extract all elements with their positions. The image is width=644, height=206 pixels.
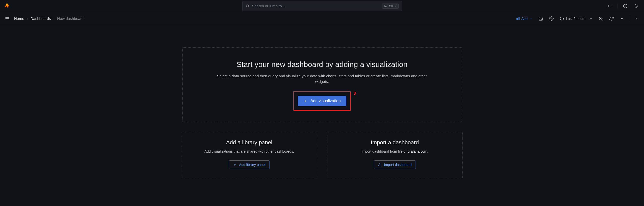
library-card: Add a library panel Add visualizations t…: [182, 132, 317, 178]
secondary-row: Add a library panel Add visualizations t…: [182, 132, 463, 178]
search-input[interactable]: Search or jump to... ctrl+k: [242, 1, 402, 11]
plus-icon: [607, 4, 610, 8]
topbar: Search or jump to... ctrl+k: [0, 0, 644, 12]
news-button[interactable]: [632, 2, 641, 11]
topbar-right: [605, 2, 641, 11]
button-label: Add visualization: [310, 99, 341, 103]
svg-rect-18: [519, 17, 519, 20]
button-label: Import dashboard: [384, 163, 412, 167]
search-icon: [246, 4, 250, 8]
breadcrumb-sep-icon: ›: [27, 16, 28, 21]
menu-icon: [5, 16, 10, 21]
svg-rect-17: [518, 18, 518, 20]
plus-icon: [233, 163, 236, 166]
svg-rect-2: [385, 5, 387, 7]
svg-rect-16: [516, 19, 517, 20]
gear-icon: [549, 16, 554, 21]
zoom-out-button[interactable]: [596, 14, 605, 23]
settings-button[interactable]: [547, 14, 556, 23]
main-card: Start your new dashboard by adding a vis…: [182, 47, 462, 122]
add-label: Add: [521, 17, 528, 21]
plus-menu-button[interactable]: [605, 2, 615, 11]
menu-toggle-button[interactable]: [4, 15, 11, 22]
refresh-button[interactable]: [607, 14, 616, 23]
breadcrumb-home[interactable]: Home: [14, 16, 24, 21]
svg-line-1: [248, 7, 249, 8]
import-card-title: Import a dashboard: [334, 139, 455, 146]
import-dashboard-button[interactable]: Import dashboard: [374, 160, 416, 169]
help-button[interactable]: [621, 2, 630, 11]
chevron-down-icon: [589, 17, 592, 20]
time-range-label: Last 6 hours: [566, 17, 585, 21]
divider: [629, 16, 629, 21]
search-shortcut: ctrl+k: [382, 4, 398, 9]
add-panel-button[interactable]: Add: [513, 15, 535, 22]
refresh-icon: [609, 16, 614, 21]
breadcrumb-current: New dashboard: [57, 16, 84, 21]
search-container: Search or jump to... ctrl+k: [242, 1, 402, 11]
toolbar-right: Add Last 6 hours: [513, 14, 641, 23]
add-library-panel-button[interactable]: Add library panel: [229, 160, 270, 169]
rss-icon: [634, 4, 639, 8]
zoom-out-icon: [599, 16, 603, 21]
svg-point-0: [246, 5, 248, 7]
import-card: Import a dashboard Import dashboard from…: [327, 132, 463, 178]
grafana-logo[interactable]: [3, 2, 11, 10]
button-label: Add library panel: [239, 163, 265, 167]
panel-add-icon: [516, 17, 520, 21]
svg-point-19: [551, 18, 552, 19]
save-button[interactable]: [536, 14, 545, 23]
divider: [618, 3, 618, 9]
upload-icon: [378, 163, 382, 166]
plus-icon: [303, 99, 307, 103]
keyboard-icon: [384, 5, 387, 7]
toolbar: Home › Dashboards › New dashboard Add La…: [0, 12, 644, 25]
library-card-title: Add a library panel: [189, 139, 310, 146]
chevron-up-icon: [634, 17, 638, 21]
breadcrumb-sep-icon: ›: [53, 16, 55, 21]
highlight-marker: 3: [354, 91, 356, 96]
highlight-annotation: 3 Add visualization: [293, 91, 350, 111]
svg-point-12: [635, 7, 635, 8]
main-card-title: Start your new dashboard by adding a vis…: [195, 60, 449, 69]
save-icon: [538, 16, 543, 21]
svg-line-22: [602, 19, 602, 20]
time-range-button[interactable]: Last 6 hours: [557, 14, 595, 23]
content: Start your new dashboard by adding a vis…: [0, 25, 644, 178]
search-placeholder: Search or jump to...: [252, 4, 380, 8]
clock-icon: [560, 17, 564, 21]
import-card-desc: Import dashboard from file or grafana.co…: [334, 149, 455, 154]
breadcrumb-dashboards[interactable]: Dashboards: [30, 16, 51, 21]
chevron-down-icon: [611, 5, 613, 7]
library-card-desc: Add visualizations that are shared with …: [189, 149, 310, 154]
refresh-interval-button[interactable]: [618, 14, 627, 23]
chevron-down-icon: [620, 17, 624, 20]
chevron-down-icon: [529, 17, 532, 20]
collapse-button[interactable]: [632, 14, 641, 23]
main-card-desc: Select a data source and then query and …: [211, 73, 433, 84]
breadcrumb: Home › Dashboards › New dashboard: [14, 16, 84, 21]
help-icon: [623, 4, 628, 8]
add-visualization-button[interactable]: Add visualization: [298, 96, 346, 106]
